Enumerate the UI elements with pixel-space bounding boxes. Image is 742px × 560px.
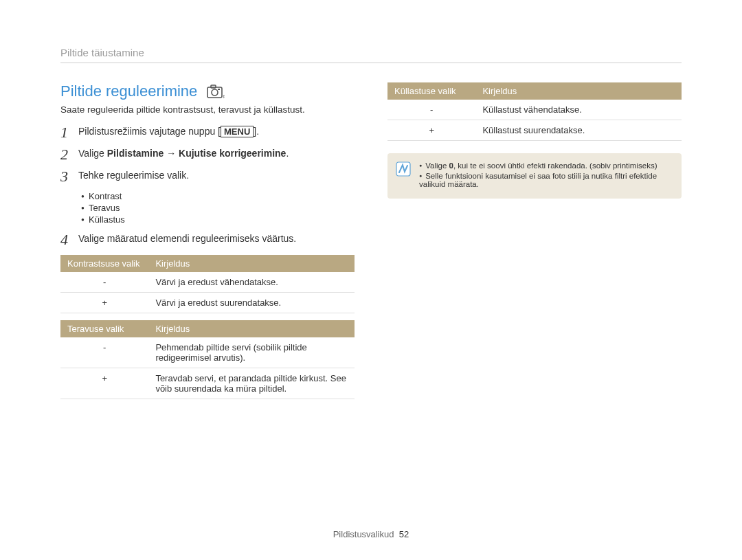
page-title: Piltide reguleerimine <box>60 82 197 100</box>
page-footer: Pildistusvalikud 52 <box>0 529 742 539</box>
table-header: Kontrastsuse valik <box>60 255 148 272</box>
table-header: Kirjeldus <box>148 320 355 337</box>
option-cell: + <box>60 368 148 399</box>
left-column: Piltide reguleerimine p Saate reguleerid… <box>60 82 355 405</box>
info-icon <box>396 161 411 177</box>
list-item: Valige 0, kui te ei soovi ühtki efekti r… <box>419 161 672 170</box>
option-cell: - <box>60 337 148 368</box>
table-row: + Teravdab servi, et parandada piltide k… <box>60 368 355 399</box>
table-row: - Pehmendab piltide servi (sobilik pilti… <box>60 337 355 368</box>
note-list: Valige 0, kui te ei soovi ühtki efekti r… <box>419 161 672 190</box>
table-row: + Värvi ja eredust suurendatakse. <box>60 292 355 313</box>
svg-rect-1 <box>211 85 216 88</box>
step-text: Pildistusrežiimis vajutage nuppu [MENU]. <box>78 124 259 137</box>
menu-button-label: MENU <box>221 126 254 137</box>
table-header: Kirjeldus <box>475 82 682 100</box>
sharpness-table: Teravuse valik Kirjeldus - Pehmendab pil… <box>60 320 355 399</box>
step-number: 2 <box>60 146 71 163</box>
list-item: Teravus <box>81 203 355 213</box>
option-cell: + <box>60 292 148 313</box>
option-cell: - <box>60 272 148 293</box>
adjust-options: Kontrast Teravus Küllastus <box>81 191 355 225</box>
table-header: Kirjeldus <box>148 255 355 272</box>
content-columns: Piltide reguleerimine p Saate reguleerid… <box>60 82 682 405</box>
table-row: - Küllastust vähendatakse. <box>387 100 682 120</box>
option-cell: - <box>387 100 475 120</box>
step-4: 4 Valige määratud elemendi reguleerimise… <box>60 232 355 248</box>
contrast-table: Kontrastsuse valik Kirjeldus - Värvi ja … <box>60 255 355 313</box>
step-number: 3 <box>60 168 71 185</box>
desc-cell: Värvi ja eredust vähendatakse. <box>148 272 355 293</box>
list-item: Küllastus <box>81 214 355 225</box>
note-box: Valige 0, kui te ei soovi ühtki efekti r… <box>387 153 682 199</box>
page-number: 52 <box>399 529 409 539</box>
table-header-row: Kontrastsuse valik Kirjeldus <box>60 255 355 272</box>
table-header-row: Teravuse valik Kirjeldus <box>60 320 355 337</box>
desc-cell: Küllastust suurendatakse. <box>475 120 682 141</box>
steps-list: 1 Pildistusrežiimis vajutage nuppu [MENU… <box>60 124 355 248</box>
saturation-table: Küllastuse valik Kirjeldus - Küllastust … <box>387 82 682 141</box>
svg-rect-3 <box>218 89 220 90</box>
breadcrumb: Piltide täiustamine <box>60 47 682 63</box>
table-header-row: Küllastuse valik Kirjeldus <box>387 82 682 100</box>
svg-point-2 <box>212 89 218 96</box>
table-row: + Küllastust suurendatakse. <box>387 120 682 141</box>
step-text: Valige Pildistamine → Kujutise korrigeer… <box>78 146 289 159</box>
step-number: 1 <box>60 124 71 141</box>
document-page: Piltide täiustamine Piltide reguleerimin… <box>0 0 742 432</box>
desc-cell: Värvi ja eredust suurendatakse. <box>148 292 355 313</box>
table-header: Küllastuse valik <box>387 82 475 100</box>
desc-cell: Pehmendab piltide servi (sobilik piltide… <box>148 337 355 368</box>
camera-auto-icon: p <box>207 85 225 98</box>
list-item: Kontrast <box>81 191 355 201</box>
list-item: Selle funktsiooni kasutamisel ei saa fot… <box>419 172 672 188</box>
table-header: Teravuse valik <box>60 320 148 337</box>
option-cell: + <box>387 120 475 141</box>
svg-text:p: p <box>223 93 225 98</box>
step-text: Valige määratud elemendi reguleerimiseks… <box>78 232 296 244</box>
step-3: 3 Tehke reguleerimise valik. <box>60 168 355 185</box>
heading-row: Piltide reguleerimine p <box>60 82 355 100</box>
footer-label: Pildistusvalikud <box>333 529 394 539</box>
desc-cell: Küllastust vähendatakse. <box>475 100 682 120</box>
step-text: Tehke reguleerimise valik. <box>78 168 189 181</box>
intro-text: Saate reguleerida piltide kontrastsust, … <box>60 104 355 115</box>
right-column: Küllastuse valik Kirjeldus - Küllastust … <box>387 82 682 405</box>
table-row: - Värvi ja eredust vähendatakse. <box>60 272 355 293</box>
desc-cell: Teravdab servi, et parandada piltide kir… <box>148 368 355 399</box>
step-number: 4 <box>60 232 71 248</box>
step-2: 2 Valige Pildistamine → Kujutise korrige… <box>60 146 355 163</box>
step-1: 1 Pildistusrežiimis vajutage nuppu [MENU… <box>60 124 355 141</box>
